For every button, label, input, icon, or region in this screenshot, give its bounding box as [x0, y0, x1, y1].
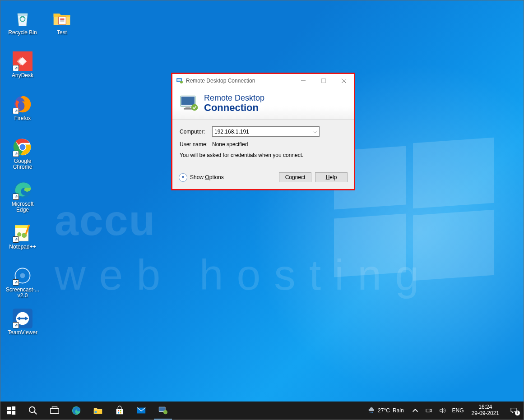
- desktop-icon-firefox[interactable]: ↗ Firefox: [5, 94, 40, 130]
- firefox-icon: ↗: [13, 94, 32, 114]
- rdc-banner-icon: [180, 94, 199, 112]
- svg-rect-35: [52, 407, 57, 409]
- windows-logo-wallpaper: [334, 140, 496, 280]
- action-center-button[interactable]: 1: [504, 402, 524, 420]
- banner-text: Remote Desktop Connection: [204, 94, 264, 113]
- shortcut-arrow-icon: ↗: [13, 65, 19, 71]
- desktop-icons: Recycle Bin ↗ AnyDesk ↗ Firefox ↗ Google…: [5, 9, 46, 351]
- weather-widget[interactable]: 27°C Rain: [363, 407, 408, 414]
- banner-line1: Remote Desktop: [204, 94, 264, 102]
- desktop-icon-label: Recycle Bin: [8, 30, 37, 36]
- connect-button[interactable]: Connect: [279, 172, 311, 182]
- svg-rect-23: [321, 79, 325, 83]
- shortcut-arrow-icon: ↗: [13, 236, 19, 243]
- desktop-icon-teamviewer[interactable]: ↗ TeamViewer: [5, 309, 40, 345]
- clock-date: 29-09-2021: [472, 411, 499, 417]
- system-tray: 27°C Rain ENG 16:24 29-09-2021 1: [363, 402, 524, 420]
- search-icon: [28, 406, 38, 415]
- taskbar-app-store[interactable]: [109, 402, 130, 420]
- notification-badge: 1: [515, 411, 520, 415]
- notepadpp-icon: ↗: [13, 223, 32, 243]
- computer-value: 192.168.1.191: [214, 129, 249, 135]
- svg-point-28: [191, 104, 198, 111]
- svg-point-22: [180, 81, 183, 83]
- teamviewer-icon: ↗: [13, 309, 32, 328]
- svg-rect-38: [95, 411, 97, 413]
- taskbar-app-edge[interactable]: [65, 402, 87, 420]
- svg-point-33: [29, 407, 35, 413]
- rdc-icon: [158, 406, 168, 415]
- help-button[interactable]: Help: [315, 172, 348, 182]
- desktop-icon-screencast[interactable]: ↗ Screencast-... v2.0: [5, 266, 40, 302]
- dialog-titlebar[interactable]: Remote Desktop Connection: [172, 74, 354, 88]
- shortcut-arrow-icon: ↗: [13, 322, 19, 328]
- rdc-dialog: Remote Desktop Connection Remote Desktop…: [172, 74, 354, 189]
- username-label: User name:: [180, 141, 212, 148]
- dialog-body: Computer: 192.168.1.191 User name: None …: [172, 120, 354, 168]
- svg-rect-31: [7, 411, 11, 414]
- banner-line2: Connection: [204, 102, 264, 113]
- connect-label: Connect: [285, 174, 306, 180]
- taskbar: 27°C Rain ENG 16:24 29-09-2021 1: [0, 402, 524, 420]
- svg-rect-41: [118, 412, 119, 414]
- mail-icon: [136, 406, 146, 415]
- svg-rect-25: [181, 97, 195, 105]
- svg-rect-42: [120, 412, 121, 414]
- windows-icon: [6, 406, 16, 415]
- dialog-footer: ▼ Show Options Connect Help: [172, 168, 354, 189]
- search-button[interactable]: [22, 402, 44, 420]
- edge-icon: ↗: [13, 180, 32, 200]
- highlight-frame: Remote Desktop Connection Remote Desktop…: [171, 73, 355, 190]
- taskbar-app-rdc[interactable]: [152, 402, 174, 420]
- svg-rect-39: [118, 410, 119, 411]
- screencast-icon: ↗: [13, 266, 32, 286]
- svg-point-13: [20, 273, 25, 278]
- computer-combobox[interactable]: 192.168.1.191: [212, 126, 320, 137]
- shortcut-arrow-icon: ↗: [13, 279, 19, 286]
- camera-icon: [425, 407, 432, 414]
- desktop-icon-edge[interactable]: ↗ Microsoft Edge: [5, 180, 40, 216]
- svg-rect-18: [60, 18, 64, 20]
- tray-meet-now[interactable]: [422, 402, 436, 420]
- desktop-icon-label: Google Chrome: [5, 158, 40, 170]
- computer-label: Computer:: [180, 129, 212, 135]
- tray-clock[interactable]: 16:24 29-09-2021: [467, 404, 504, 417]
- svg-rect-26: [185, 106, 190, 108]
- language-value: ENG: [452, 407, 464, 414]
- minimize-button[interactable]: [293, 74, 313, 88]
- store-icon: [115, 406, 125, 415]
- maximize-button[interactable]: [313, 74, 334, 88]
- svg-rect-47: [426, 409, 430, 412]
- tray-overflow-button[interactable]: [408, 402, 422, 420]
- weather-icon: [368, 407, 375, 414]
- dialog-title: Remote Desktop Connection: [186, 78, 293, 84]
- tray-volume[interactable]: [436, 402, 449, 420]
- task-view-button[interactable]: [44, 402, 65, 420]
- svg-rect-27: [184, 108, 192, 110]
- tray-language[interactable]: ENG: [449, 402, 467, 420]
- help-label: Help: [326, 174, 337, 180]
- desktop-icon-label: TeamViewer: [8, 330, 37, 336]
- chrome-icon: ↗: [13, 137, 32, 157]
- svg-rect-30: [12, 406, 15, 410]
- dialog-banner: Remote Desktop Connection: [172, 88, 354, 120]
- watermark-line2: web hosting: [55, 256, 432, 295]
- desktop-icon-test-folder[interactable]: Test: [44, 9, 79, 45]
- desktop-icon-label: AnyDesk: [12, 73, 33, 78]
- shortcut-arrow-icon: ↗: [13, 194, 19, 200]
- show-options-toggle[interactable]: ▼ Show Options: [179, 173, 275, 182]
- folder-icon: [52, 9, 72, 28]
- start-button[interactable]: [0, 402, 22, 420]
- shortcut-arrow-icon: ↗: [13, 151, 19, 157]
- desktop-icon-notepadpp[interactable]: ↗ Notepad++: [5, 223, 40, 259]
- desktop-icon-chrome[interactable]: ↗ Google Chrome: [5, 137, 40, 173]
- desktop-icon-recycle-bin[interactable]: Recycle Bin: [5, 9, 40, 45]
- svg-rect-40: [120, 410, 121, 411]
- svg-rect-45: [159, 407, 165, 411]
- desktop-icon-anydesk[interactable]: ↗ AnyDesk: [5, 51, 40, 88]
- taskbar-app-mail[interactable]: [130, 402, 152, 420]
- rdc-app-icon: [176, 77, 183, 84]
- file-explorer-icon: [93, 406, 103, 415]
- taskbar-app-explorer[interactable]: [87, 402, 109, 420]
- close-button[interactable]: [334, 74, 354, 88]
